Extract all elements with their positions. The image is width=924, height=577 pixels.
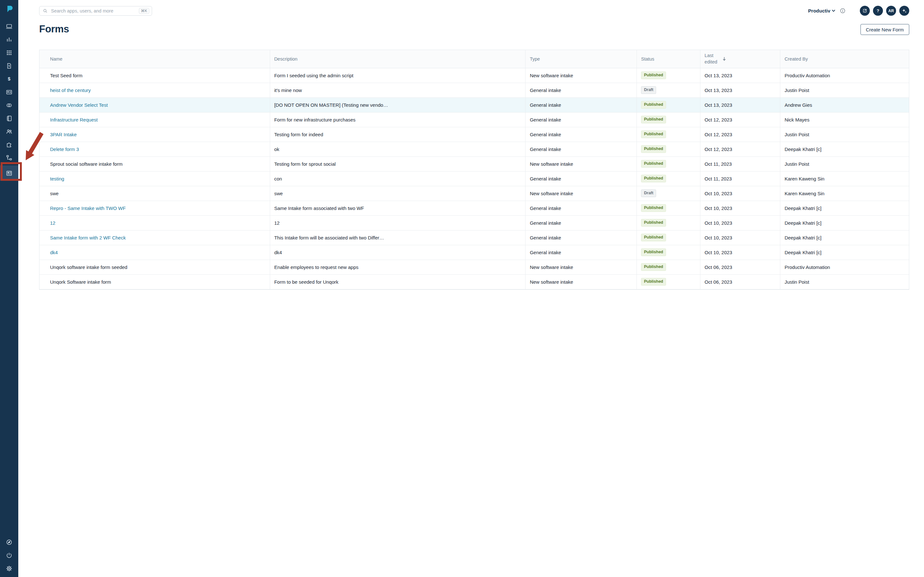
dollar-icon: $ — [6, 76, 13, 82]
form-type-cell: General intake — [525, 97, 637, 112]
form-name-cell: Unqork Software intake form — [39, 274, 270, 289]
form-created-by-cell: Justin Poist — [780, 83, 909, 97]
form-name-cell: Delete form 3 — [39, 142, 270, 156]
org-name: Productiv — [808, 8, 830, 13]
productiv-logo[interactable] — [5, 5, 14, 13]
sparkle-icon — [901, 8, 907, 14]
form-type-cell: General intake — [525, 127, 637, 142]
form-last-edited-cell: Oct 10, 2023 — [700, 245, 780, 259]
sidebar-item-contracts[interactable]: S — [0, 59, 18, 73]
form-name-cell: Same Intake form with 2 WF Check — [39, 230, 270, 245]
form-name-cell: Test Seed form — [39, 68, 270, 83]
sidebar-item-overview[interactable] — [0, 20, 18, 33]
puzzle-icon — [6, 141, 13, 148]
table-header-row: Name Description Type Status Last edited… — [39, 50, 909, 68]
status-badge: Published — [641, 278, 666, 285]
sidebar-item-overlap[interactable] — [0, 99, 18, 112]
user-avatar[interactable]: AR — [886, 6, 896, 16]
forms-table: Name Description Type Status Last edited… — [39, 50, 909, 290]
form-name-link[interactable]: 12 — [50, 220, 55, 226]
table-row: 1212General intakePublishedOct 10, 2023D… — [39, 215, 909, 230]
form-status-cell: Published — [637, 230, 700, 245]
sidebar-item-logout[interactable] — [0, 549, 18, 562]
sidebar-item-spend[interactable]: $ — [0, 73, 18, 85]
column-header-created-by[interactable]: Created By — [780, 50, 909, 68]
sidebar: S $ — [0, 0, 18, 577]
bar-chart-icon — [6, 36, 13, 43]
form-name-cell: dk4 — [39, 245, 270, 259]
sidebar-item-apps[interactable] — [0, 46, 18, 59]
workflow-icon — [6, 155, 13, 161]
sidebar-nav: S $ — [0, 20, 18, 181]
gear-icon — [6, 565, 13, 572]
status-badge: Published — [641, 145, 666, 153]
form-last-edited-cell: Oct 13, 2023 — [700, 97, 780, 112]
form-last-edited-cell: Oct 11, 2023 — [700, 171, 780, 186]
sidebar-item-catalog[interactable] — [0, 112, 18, 125]
form-name-link[interactable]: Andrew Vendor Select Test — [50, 102, 108, 108]
form-created-by-cell: Karen Kaweng Sin — [780, 171, 909, 186]
form-last-edited-cell: Oct 10, 2023 — [700, 230, 780, 245]
form-description-cell: Testing form for indeed — [270, 127, 525, 142]
power-icon — [6, 552, 13, 559]
ai-assistant-button[interactable] — [899, 6, 909, 16]
status-badge: Published — [641, 131, 666, 138]
form-description-cell: Form to be seeded for Unqork — [270, 274, 525, 289]
form-last-edited-cell: Oct 13, 2023 — [700, 68, 780, 83]
create-new-form-button[interactable]: Create New Form — [861, 24, 909, 35]
form-name-link[interactable]: Infrastructure Request — [50, 117, 97, 122]
contract-document-icon: S — [6, 63, 13, 69]
sidebar-item-settings[interactable] — [0, 562, 18, 575]
help-button[interactable]: ? — [873, 6, 883, 16]
form-last-edited-cell: Oct 06, 2023 — [700, 274, 780, 289]
form-name-link[interactable]: Same Intake form with 2 WF Check — [50, 235, 126, 240]
form-name-cell: testing — [39, 171, 270, 186]
search-icon — [43, 8, 48, 13]
column-header-type[interactable]: Type — [525, 50, 637, 68]
form-name-link[interactable]: testing — [50, 176, 64, 181]
sidebar-item-analytics[interactable] — [0, 33, 18, 46]
status-badge: Published — [641, 71, 666, 79]
form-status-cell: Published — [637, 215, 700, 230]
sidebar-item-workflows[interactable] — [0, 151, 18, 164]
form-name-link[interactable]: Delete form 3 — [50, 147, 79, 152]
form-type-cell: General intake — [525, 171, 637, 186]
column-header-last-edited[interactable]: Last edited — [700, 50, 780, 68]
status-badge: Published — [641, 204, 666, 212]
info-button[interactable] — [840, 8, 846, 14]
column-header-name[interactable]: Name — [39, 50, 270, 68]
sidebar-item-licenses[interactable] — [0, 85, 18, 99]
form-description-cell: it's mine now — [270, 83, 525, 97]
topbar-right: Productiv ? AR — [808, 6, 909, 16]
table-row: Unqork software intake form seededEnable… — [39, 259, 909, 274]
form-created-by-cell: Deepak Khatri [c] — [780, 201, 909, 215]
sidebar-item-explore[interactable] — [0, 536, 18, 549]
form-name-cell: swe — [39, 186, 270, 201]
share-button[interactable] — [860, 6, 870, 16]
form-name-cell: 12 — [39, 215, 270, 230]
form-status-cell: Published — [637, 112, 700, 127]
column-header-description[interactable]: Description — [270, 50, 525, 68]
form-created-by-cell: Justin Poist — [780, 127, 909, 142]
org-switcher[interactable]: Productiv — [808, 8, 835, 13]
form-created-by-cell: Andrew Gies — [780, 97, 909, 112]
sidebar-item-integrations[interactable] — [0, 138, 18, 151]
sidebar-item-forms[interactable] — [0, 165, 18, 181]
form-name-link[interactable]: 3PAR Intake — [50, 132, 77, 137]
form-name-link[interactable]: Repro - Same Intake with TWO WF — [50, 205, 126, 211]
search-input[interactable] — [50, 8, 136, 14]
form-type-cell: General intake — [525, 245, 637, 259]
form-description-cell: [DO NOT OPEN ON MASTER] (Testing new ven… — [270, 97, 525, 112]
form-name-link[interactable]: heist of the century — [50, 87, 91, 93]
status-badge: Published — [641, 175, 666, 182]
form-status-cell: Draft — [637, 186, 700, 201]
table-row: Repro - Same Intake with TWO WFSame Inta… — [39, 201, 909, 215]
form-description-cell: Enable employees to request new apps — [270, 259, 525, 274]
app-window: S $ — [0, 0, 924, 577]
sidebar-item-teams[interactable] — [0, 125, 18, 138]
page-header: Forms Create New Form — [39, 23, 909, 35]
column-header-status[interactable]: Status — [637, 50, 700, 68]
form-name-link[interactable]: dk4 — [50, 250, 58, 255]
form-created-by-cell: Deepak Khatri [c] — [780, 215, 909, 230]
svg-text:$: $ — [8, 76, 11, 81]
